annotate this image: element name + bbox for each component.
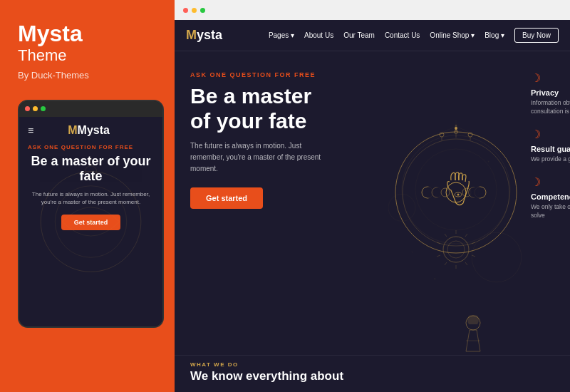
hero-center: ✦ ✦ ✦	[388, 51, 524, 355]
svg-line-45	[445, 262, 447, 265]
bottom-headline: We know everything about	[190, 370, 554, 383]
dot-red	[25, 106, 30, 111]
svg-line-41	[472, 242, 475, 244]
feature-guarantee: ☽ Result guarantee We provide a guarante…	[531, 128, 570, 164]
hero-subtext: The future is always in motion. Just rem…	[190, 140, 333, 175]
left-panel: Mysta Theme By Duck-Themes ≡ MMysta ASK …	[0, 0, 175, 392]
feature-privacy-title: Privacy	[531, 88, 570, 97]
hero-left: ASK ONE QUESTION FOR FREE Be a master of…	[175, 51, 388, 355]
svg-point-4	[88, 220, 93, 224]
svg-point-15	[403, 139, 509, 246]
desktop-hero: ASK ONE QUESTION FOR FREE Be a master of…	[175, 51, 570, 355]
svg-point-17	[455, 127, 457, 130]
nav-blog[interactable]: Blog ▾	[484, 31, 504, 39]
mobile-content: ≡ MMysta ASK ONE QUESTION FOR FREE Be a …	[19, 117, 162, 326]
nav-contact[interactable]: Contact Us	[385, 31, 420, 39]
svg-line-46	[437, 255, 440, 257]
desktop-browser-bar	[175, 0, 570, 20]
privacy-icon: ☽	[531, 71, 570, 85]
svg-line-48	[445, 234, 447, 237]
svg-point-18	[440, 133, 444, 137]
mobile-bg-decoration	[19, 117, 162, 326]
svg-point-20	[468, 133, 472, 137]
mobile-mockup: ≡ MMysta ASK ONE QUESTION FOR FREE Be a …	[18, 100, 164, 328]
bottom-figure	[452, 309, 494, 355]
brand-title: Mysta Theme By Duck-Themes	[18, 21, 160, 96]
svg-line-47	[437, 242, 440, 244]
feature-guarantee-title: Result guarantee	[531, 145, 570, 153]
hero-cta-button[interactable]: Get started	[190, 187, 263, 209]
browser-dot-yellow	[192, 8, 197, 13]
bottom-label: WHAT WE DO	[190, 361, 554, 368]
hero-ask-label: ASK ONE QUESTION FOR FREE	[190, 71, 374, 78]
feature-privacy-desc: Information obtained during the consulta…	[531, 99, 570, 116]
svg-point-36	[457, 194, 460, 196]
svg-point-37	[443, 237, 469, 262]
desktop-nav: Mysta Pages ▾ About Us Our Team Contact …	[175, 20, 570, 51]
svg-line-42	[472, 255, 475, 257]
nav-buy-button[interactable]: Buy Now	[514, 28, 559, 43]
svg-point-14	[395, 132, 517, 253]
nav-pages[interactable]: Pages ▾	[269, 31, 294, 39]
feature-competence-desc: We only take on issues that we can solve	[531, 203, 570, 220]
dot-yellow	[33, 106, 38, 111]
hero-features: ☽ Privacy Information obtained during th…	[524, 51, 570, 355]
feature-competence: ☽ Competence We only take on issues that…	[531, 175, 570, 220]
nav-about[interactable]: About Us	[304, 31, 333, 39]
competence-icon: ☽	[531, 175, 570, 189]
svg-point-34	[472, 187, 484, 198]
desktop-bottom: WHAT WE DO We know everything about	[175, 355, 570, 392]
right-panel: Mysta Pages ▾ About Us Our Team Contact …	[175, 0, 570, 392]
desktop-logo: Mysta	[186, 28, 222, 43]
nav-team[interactable]: Our Team	[343, 31, 375, 39]
mystical-illustration	[388, 125, 524, 282]
nav-links: Pages ▾ About Us Our Team Contact Us Onl…	[269, 28, 559, 43]
nav-shop[interactable]: Online Shop ▾	[430, 31, 475, 39]
dot-green	[41, 106, 46, 111]
feature-guarantee-desc: We provide a guaranteed 100% result.	[531, 155, 570, 164]
svg-point-38	[447, 241, 465, 258]
guarantee-icon: ☽	[531, 128, 570, 141]
feature-competence-title: Competence	[531, 192, 570, 201]
hero-headline: Be a master of your fate	[190, 84, 374, 133]
browser-dot-green	[200, 8, 205, 13]
svg-point-29	[446, 182, 466, 202]
svg-line-40	[465, 234, 467, 237]
svg-line-43	[465, 262, 467, 265]
browser-dot-red	[183, 8, 188, 13]
desktop-content: Mysta Pages ▾ About Us Our Team Contact …	[175, 20, 570, 392]
mobile-browser-bar	[19, 101, 162, 117]
svg-point-27	[434, 187, 444, 197]
feature-privacy: ☽ Privacy Information obtained during th…	[531, 71, 570, 116]
